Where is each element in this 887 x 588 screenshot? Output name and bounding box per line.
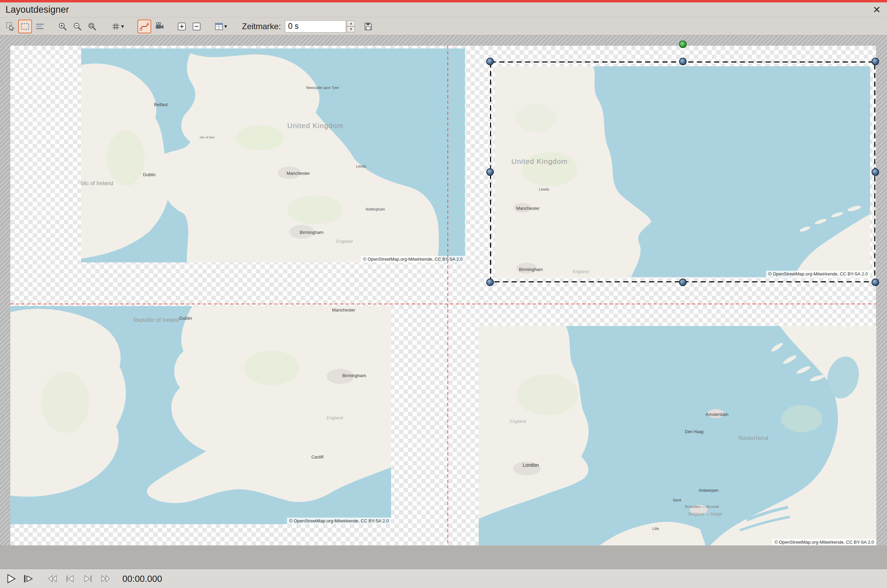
guide-vertical (448, 46, 448, 545)
map-label: Antwerpen (699, 488, 718, 493)
map3-graphic: Republic of Ireland Dublin Manchester Bi… (10, 306, 391, 524)
play-button[interactable] (3, 571, 18, 586)
map-label: Leeds (356, 164, 366, 168)
map-label: Lille (652, 526, 659, 531)
transport-bar: 00:00.000 (0, 569, 887, 588)
map-label: England (336, 239, 353, 244)
resize-handle-mid-right[interactable] (872, 168, 879, 176)
map-label: Republic of Ireland (81, 180, 113, 186)
save-button[interactable] (361, 20, 375, 33)
map2-graphic: United Kingdom Manchester Leeds Birmingh… (495, 66, 870, 277)
motion-path-button[interactable] (137, 20, 151, 33)
map-item-3[interactable]: Republic of Ireland Dublin Manchester Bi… (10, 306, 391, 524)
map1-graphic: United Kingdom Republic of Ireland Belfa… (81, 48, 465, 262)
map-item-1[interactable]: United Kingdom Republic of Ireland Belfa… (81, 48, 465, 262)
layoutdesigner-window: Layoutdesigner ✕ (0, 0, 887, 588)
resize-handle-mid-left[interactable] (486, 168, 494, 176)
map-label: United Kingdom (287, 122, 343, 129)
resize-handle-top-right[interactable] (872, 58, 879, 65)
map-label: Birmingham (342, 373, 366, 378)
save-icon (363, 22, 373, 31)
selected-item[interactable]: United Kingdom Manchester Leeds Birmingh… (490, 62, 875, 282)
layout-table-icon (214, 22, 224, 31)
resize-handle-top-left[interactable] (486, 58, 494, 65)
map-label: Amsterdam (705, 412, 728, 417)
play-from-marker-button[interactable] (21, 571, 36, 586)
canvas-area[interactable]: United Kingdom Republic of Ireland Belfa… (0, 35, 887, 569)
terrain-patch (287, 195, 342, 224)
map-label: England (326, 415, 343, 420)
layers-icon (35, 22, 45, 31)
map-label: Den Haag (685, 429, 704, 434)
map-label: Manchester (287, 171, 310, 176)
zoom-in-icon (58, 22, 68, 31)
osm-attribution: © OpenStreetMap.org-Mitwirkende, CC BY-S… (766, 271, 870, 277)
titlebar: Layoutdesigner ✕ (0, 2, 887, 18)
zeitmarke-input[interactable] (285, 20, 346, 33)
skip-to-end-button[interactable] (98, 571, 113, 586)
selection-cursor-icon (6, 22, 15, 31)
skip-to-start-button[interactable] (45, 571, 60, 586)
grid-settings-button[interactable]: ▾ (108, 20, 127, 33)
chevron-down-icon: ▾ (224, 23, 227, 30)
zoom-out-button[interactable] (71, 20, 84, 33)
accent-bar (0, 0, 887, 2)
map-label: Belfast (154, 102, 168, 107)
zoom-out-icon (72, 22, 82, 31)
prev-frame-icon (65, 573, 76, 584)
map-label: England (573, 269, 589, 274)
resize-handle-bottom-right[interactable] (872, 279, 879, 286)
map-label: Belgique — België (689, 512, 722, 516)
terrain-patch (516, 104, 557, 132)
map-label: Bruxelles — Brussel (685, 504, 719, 508)
marquee-tool-button[interactable] (18, 20, 32, 33)
layout-options-button[interactable]: ▾ (211, 20, 230, 33)
map-label: Isle of Man (200, 136, 215, 139)
resize-handle-bottom-left[interactable] (486, 279, 494, 286)
map-label: Manchester (332, 308, 356, 312)
terrain-patch (41, 371, 89, 433)
map-label: Dublin (143, 172, 156, 177)
spin-down-icon[interactable]: ▼ (347, 27, 355, 32)
object-list-button[interactable] (33, 20, 47, 33)
rotation-handle[interactable] (679, 40, 687, 48)
zoom-fit-button[interactable] (85, 20, 99, 33)
map-item-2[interactable]: United Kingdom Manchester Leeds Birmingh… (495, 66, 870, 277)
zeitmarke-spinner: ▲ ▼ (347, 21, 355, 32)
camera-pan-button[interactable] (153, 20, 167, 33)
map-item-4[interactable]: London England Amsterdam Den Haag Nederl… (479, 326, 876, 545)
skip-to-start-icon (47, 573, 58, 584)
map-label: Birmingham (300, 230, 323, 235)
zoom-in-button[interactable] (56, 20, 69, 33)
curve-icon (140, 22, 149, 31)
land-shape-wales-england (147, 306, 391, 503)
next-frame-icon (83, 573, 93, 584)
toolbar: ▾ (0, 18, 887, 35)
selection-tool-button[interactable] (3, 20, 17, 33)
play-from-marker-icon (23, 573, 34, 584)
guide-horizontal (10, 304, 876, 304)
plus-icon (177, 22, 186, 31)
spin-up-icon[interactable]: ▲ (347, 21, 355, 27)
timecode-display: 00:00.000 (122, 574, 162, 584)
remove-button[interactable] (190, 20, 203, 33)
minus-icon (192, 22, 201, 31)
canvas-margin (0, 545, 887, 569)
osm-attribution: © OpenStreetMap.org-Mitwirkende, CC BY-S… (287, 518, 391, 524)
play-icon (6, 573, 17, 584)
window-title: Layoutdesigner (6, 4, 69, 15)
terrain-patch (781, 405, 822, 432)
map-label: Leeds (539, 187, 549, 191)
terrain-patch (517, 374, 579, 415)
terrain-patch (107, 131, 145, 186)
resize-handle-bottom-center[interactable] (679, 279, 687, 286)
zoom-fit-icon (87, 22, 97, 31)
add-button[interactable] (175, 20, 189, 33)
prev-frame-button[interactable] (63, 571, 78, 586)
next-frame-button[interactable] (80, 571, 96, 586)
terrain-patch (244, 351, 299, 385)
resize-handle-top-center[interactable] (679, 58, 687, 65)
terrain-patch (236, 125, 284, 150)
close-icon[interactable]: ✕ (873, 5, 881, 15)
map-label: Cardiff (311, 455, 324, 459)
